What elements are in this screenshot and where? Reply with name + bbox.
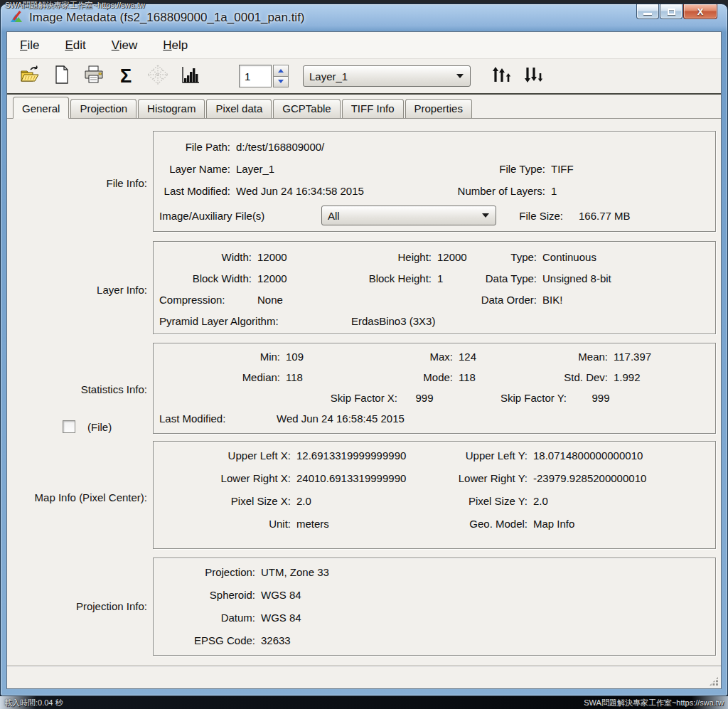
field-label: File Size: xyxy=(505,210,563,222)
watermark-bottom-left: 載入時間:0.04 秒 xyxy=(4,698,63,708)
layer-number-spinner xyxy=(239,65,289,87)
pyramid-layers-button[interactable] xyxy=(145,63,171,89)
close-button[interactable]: X xyxy=(683,4,717,19)
maximize-icon xyxy=(668,9,675,15)
tab-bar: General Projection Histogram Pixel data … xyxy=(7,95,721,119)
watermark-top-left: SWA問題解決專家工作室~https://swa.tw xyxy=(5,0,145,11)
tab-gcptable[interactable]: GCPTable xyxy=(273,99,340,118)
field-label: Number of Layers: xyxy=(442,185,545,197)
image-metadata-window: Image Metadata (fs2_168809000_1a_0001_pa… xyxy=(0,4,728,696)
tab-pixel-data[interactable]: Pixel data xyxy=(206,99,272,118)
map-info-side-label: Map Info (Pixel Center): xyxy=(7,491,147,503)
histogram-icon xyxy=(180,65,200,87)
resize-grip[interactable] xyxy=(709,676,719,686)
field-label: Data Type: xyxy=(466,272,537,284)
field-value: 999 xyxy=(403,392,446,404)
field-value: 999 xyxy=(572,392,629,404)
field-value: 12.6913319999999990 xyxy=(296,449,442,462)
layers-up-button[interactable] xyxy=(489,63,515,89)
field-label: Mode: xyxy=(350,371,453,383)
field-value: Unsigned 8-bit xyxy=(542,272,611,284)
field-label: Compression: xyxy=(159,294,252,306)
menu-item-help[interactable]: Help xyxy=(159,37,192,54)
field-label: Pixel Size X: xyxy=(159,495,291,507)
minimize-button[interactable] xyxy=(636,4,659,19)
field-value: TIFF xyxy=(551,163,574,175)
menubar: File Edit View Help xyxy=(7,32,721,59)
field-value: Layer_1 xyxy=(236,163,471,175)
field-value: meters xyxy=(296,518,442,530)
statistics-info-side-label: Statistics Info: xyxy=(7,383,147,395)
field-label: Spheroid: xyxy=(159,589,255,601)
file-stats-checkbox[interactable] xyxy=(63,420,75,433)
field-value: Wed Jun 24 16:34:58 2015 xyxy=(236,185,442,197)
field-label: Projection: xyxy=(159,566,255,578)
dropdown-arrow-icon xyxy=(482,213,489,218)
spin-down-button[interactable] xyxy=(273,77,289,88)
tab-properties[interactable]: Properties xyxy=(405,99,472,118)
field-value: 12000 xyxy=(257,251,331,263)
print-icon xyxy=(84,65,104,87)
field-value: WGS 84 xyxy=(261,589,301,601)
layer-select[interactable]: Layer_1 xyxy=(303,65,471,87)
group-layer-info: Width: 12000 Height: 12000 Type: Continu… xyxy=(153,241,716,334)
tab-projection[interactable]: Projection xyxy=(70,99,136,118)
field-label: Last Modified: xyxy=(159,412,245,425)
spinner-down-icon xyxy=(278,80,284,83)
field-label: Skip Factor Y: xyxy=(446,392,567,404)
field-label: Lower Right X: xyxy=(159,472,291,484)
bottom-strip: 載入時間:0.04 秒 SWA問題解決專家工作室~https://swa.tw xyxy=(0,696,728,709)
field-value: BIK! xyxy=(542,294,562,306)
aux-files-select[interactable]: All xyxy=(321,206,496,225)
field-value: 118 xyxy=(459,371,526,383)
new-file-button[interactable] xyxy=(49,63,75,89)
field-label: Geo. Model: xyxy=(442,518,528,530)
field-label: Block Width: xyxy=(159,272,252,284)
field-label: Height: xyxy=(331,251,432,263)
toolbar: Σ xyxy=(7,59,721,95)
field-value: 1.992 xyxy=(614,371,641,383)
field-value: 118 xyxy=(286,371,350,383)
group-statistics-info: Min: 109 Max: 124 Mean: 117.397 Median: … xyxy=(153,343,716,434)
layer-select-value: Layer_1 xyxy=(304,70,456,82)
tab-general[interactable]: General xyxy=(13,97,69,119)
field-label: Data Order: xyxy=(331,294,537,306)
field-label: Upper Left X: xyxy=(159,449,291,462)
field-value: 32633 xyxy=(261,634,291,646)
field-label: Last Modified: xyxy=(159,185,230,197)
spin-up-button[interactable] xyxy=(273,65,289,77)
statistics-button[interactable]: Σ xyxy=(113,63,139,89)
layer-info-side-label: Layer Info: xyxy=(7,284,147,296)
tab-tiff-info[interactable]: TIFF Info xyxy=(342,99,404,118)
field-label: Std. Dev: xyxy=(526,371,608,383)
field-value: Map Info xyxy=(533,518,574,530)
layer-number-input[interactable] xyxy=(239,65,272,87)
field-value: 124 xyxy=(459,351,526,363)
field-value: Continuous xyxy=(542,251,596,263)
close-icon: X xyxy=(697,7,704,16)
field-value: 117.397 xyxy=(614,351,651,363)
field-label: Unit: xyxy=(159,518,291,530)
open-file-button[interactable] xyxy=(17,63,43,89)
print-button[interactable] xyxy=(81,63,107,89)
layers-down-icon xyxy=(523,66,545,86)
field-label: Max: xyxy=(350,351,453,363)
maximize-button[interactable] xyxy=(660,4,682,19)
field-value: ErdasBino3 (3X3) xyxy=(351,315,435,327)
field-value: 1 xyxy=(437,272,466,284)
layers-down-button[interactable] xyxy=(521,63,547,89)
field-label: Block Height: xyxy=(331,272,432,284)
field-value: 109 xyxy=(286,351,350,363)
group-map-info: Upper Left X: 12.6913319999999990 Upper … xyxy=(153,441,716,549)
field-value: UTM, Zone 33 xyxy=(261,566,329,578)
menu-item-view[interactable]: View xyxy=(107,37,142,54)
histogram-button[interactable] xyxy=(177,63,203,89)
tab-histogram[interactable]: Histogram xyxy=(138,99,205,118)
status-bar xyxy=(7,666,721,688)
file-info-side-label: File Info: xyxy=(7,177,147,189)
projection-info-side-label: Projection Info: xyxy=(7,600,147,612)
field-value: WGS 84 xyxy=(261,612,301,624)
menu-item-edit[interactable]: Edit xyxy=(60,37,90,54)
pyramid-layers-icon xyxy=(147,65,168,87)
menu-item-file[interactable]: File xyxy=(16,37,43,54)
